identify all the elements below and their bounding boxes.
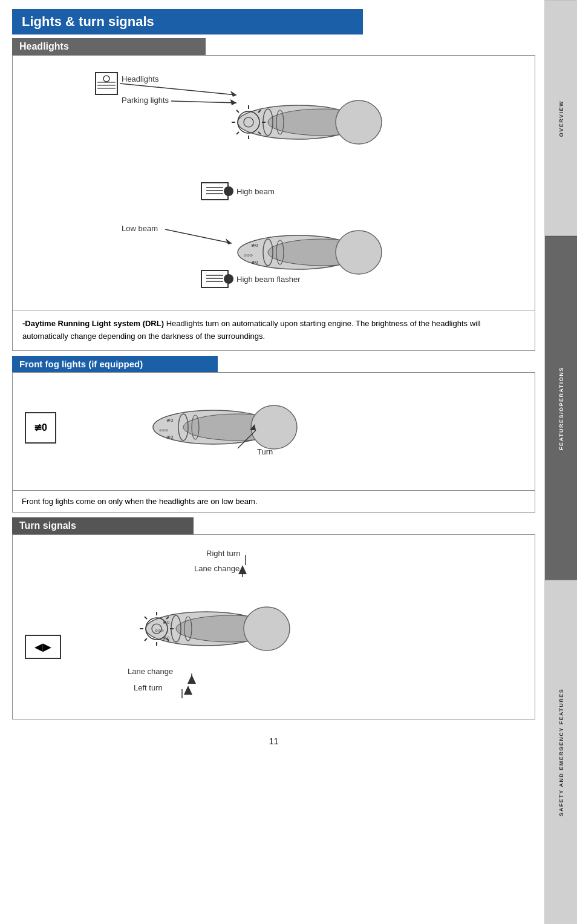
svg-point-16	[103, 76, 109, 82]
fog-lights-description: Front fog lights come on only when the h…	[12, 491, 535, 513]
svg-text:≢0: ≢0	[251, 260, 258, 265]
svg-marker-21	[230, 91, 236, 97]
svg-text:≢0: ≢0	[163, 635, 170, 641]
headlights-section: Headlights	[12, 38, 535, 351]
svg-text:Left turn: Left turn	[134, 683, 163, 692]
fog-icon: ≢0	[25, 412, 56, 444]
svg-text:Lane change: Lane change	[128, 667, 173, 676]
turn-signal-icon: ◀▶	[25, 635, 61, 659]
svg-line-76	[145, 617, 147, 619]
right-sidebar: OVERVIEW FEATURES/OPERATIONS SAFETY AND …	[544, 0, 577, 924]
turn-signals-content: ◀▶ Right turn Lane change	[12, 534, 535, 719]
svg-text:Parking lights: Parking lights	[122, 96, 169, 105]
svg-marker-34	[226, 238, 232, 244]
svg-line-11	[236, 110, 239, 113]
page-number: 11	[12, 724, 535, 758]
sidebar-tab-safety[interactable]: SAFETY AND EMERGENCY FEATURES	[545, 580, 577, 924]
svg-point-67	[244, 607, 290, 650]
turn-signals-diagram: Right turn Lane change	[73, 544, 376, 707]
svg-marker-88	[187, 675, 196, 684]
fog-lights-section: Front fog lights (if equipped) ≢0	[12, 356, 535, 513]
headlights-diagram: Headlights Parking lights	[93, 62, 455, 171]
headlights-header: Headlights	[19, 41, 69, 51]
svg-line-13	[236, 132, 239, 134]
turn-signals-section: Turn signals ◀▶ Right turn Lane change	[12, 517, 535, 719]
svg-text:Low beam: Low beam	[122, 224, 158, 233]
sidebar-tab-overview[interactable]: OVERVIEW	[545, 0, 577, 236]
turn-signals-header: Turn signals	[19, 520, 76, 531]
drl-notice: -Daytime Running Light system (DRL) Head…	[12, 310, 535, 351]
svg-text:Turn: Turn	[257, 447, 273, 456]
svg-line-78	[145, 638, 147, 641]
svg-text:≢0: ≢0	[166, 434, 174, 440]
svg-text:Lane change: Lane change	[194, 564, 240, 573]
svg-text:≢0: ≢0	[166, 418, 174, 423]
main-title-bar: Lights & turn signals	[12, 9, 535, 34]
svg-text:⊙⊙⊙: ⊙⊙⊙	[159, 428, 168, 432]
low-highbeam-diagram: High beam Low beam	[93, 171, 455, 304]
main-title-text: Lights & turn signals	[22, 14, 154, 29]
fog-lights-header: Front fog lights (if equipped)	[19, 359, 143, 369]
fog-lights-content: ≢0 ≢0 ⊙⊙⊙ ≢0	[12, 372, 535, 491]
svg-text:High beam flasher: High beam flasher	[236, 275, 301, 284]
svg-point-30	[224, 186, 233, 196]
svg-marker-87	[184, 686, 192, 695]
svg-text:⊙⊙⊙: ⊙⊙⊙	[244, 254, 253, 257]
svg-text:⊙⊙⊙: ⊙⊙⊙	[155, 629, 164, 632]
fog-diagram: ≢0 ⊙⊙⊙ ≢0 Turn	[68, 382, 371, 479]
svg-point-51	[251, 405, 297, 449]
svg-line-33	[165, 229, 232, 243]
svg-point-2	[336, 100, 382, 144]
svg-text:Right turn: Right turn	[206, 549, 240, 558]
svg-point-47	[224, 274, 233, 284]
svg-text:≢0: ≢0	[251, 243, 258, 248]
svg-marker-25	[230, 99, 236, 105]
svg-line-20	[120, 84, 236, 95]
drl-bold: -Daytime Running Light system (DRL)	[22, 319, 166, 328]
svg-text:≢0: ≢0	[163, 620, 170, 625]
svg-text:High beam: High beam	[236, 187, 275, 196]
sidebar-tab-features[interactable]: FEATURES/OPERATIONS	[545, 236, 577, 580]
headlights-content: Headlights Parking lights	[12, 55, 535, 310]
svg-point-37	[336, 231, 382, 274]
svg-text:Headlights: Headlights	[122, 74, 159, 84]
svg-line-24	[171, 101, 236, 103]
